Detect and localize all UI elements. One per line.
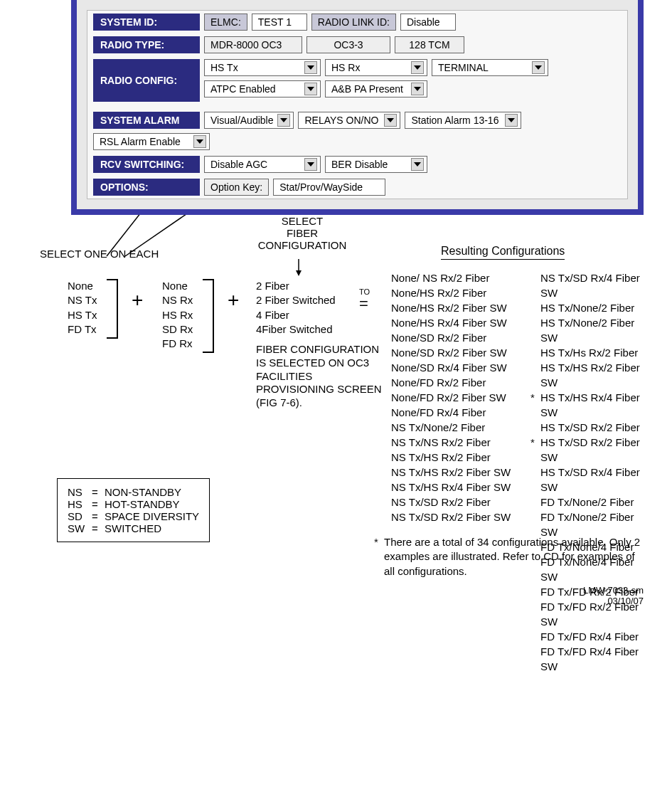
results-left-column: None/ NS Rx/2 FiberNone/HS Rx/2 FiberNon… <box>391 270 511 524</box>
option-key-label: Option Key: <box>204 179 269 196</box>
list-item: NS Tx/HS Rx/2 Fiber SW <box>391 465 511 480</box>
list-item: NS Tx/SD Rx/2 Fiber <box>391 495 511 509</box>
chevron-down-icon <box>532 61 545 74</box>
list-item: HS Tx/HS Rx/2 Fiber SW <box>540 360 644 390</box>
list-item: NS Tx/NS Rx/2 Fiber <box>391 435 511 450</box>
list-item: None <box>162 279 193 293</box>
option-key-value[interactable]: Stat/Prov/WaySide <box>273 179 385 196</box>
legend-box: NS=NON-STANDBYHS=HOT-STANDBYSD=SPACE DIV… <box>57 478 210 542</box>
list-item: NS Tx/SD Rx/4 Fiber SW <box>540 270 644 300</box>
list-item: None/SD Rx/2 Fiber <box>391 330 511 345</box>
text: 03/10/07 <box>583 596 644 606</box>
list-item: SD Rx <box>162 322 193 337</box>
ab-pa-dropdown[interactable]: A&B PA Present <box>325 80 427 97</box>
list-item: *HS Tx/HS Rx/4 Fiber SW <box>540 390 644 420</box>
terminal-label: TERMINAL <box>438 62 489 73</box>
list-item: HS Tx/Hs Rx/2 Fiber <box>540 345 644 360</box>
legend-row: SW=SWITCHED <box>68 522 199 534</box>
config-panel: SYSTEM ID: ELMC: TEST 1 RADIO LINK ID: D… <box>71 0 644 215</box>
list-item: HS Rx <box>162 308 193 322</box>
ab-pa-label: A&B PA Present <box>331 83 403 95</box>
list-item: None/HS Rx/2 Fiber SW <box>391 300 511 315</box>
list-item: 4 Fiber <box>256 308 336 322</box>
chevron-down-icon <box>304 158 317 171</box>
select-fiber-label: SELECT FIBER CONFIGURATION <box>256 215 348 251</box>
star-marker: * <box>530 435 535 450</box>
atpc-dropdown[interactable]: ATPC Enabled <box>204 80 321 97</box>
equals-symbol: = <box>359 295 368 313</box>
legend-row: NS=NON-STANDBY <box>68 486 199 498</box>
text: SELECT <box>256 215 348 227</box>
list-item: NS Rx <box>162 293 193 307</box>
legend-row: SD=SPACE DIVERSITY <box>68 510 199 522</box>
radio-type-a: MDR-8000 OC3 <box>204 36 302 53</box>
system-alarm-label: SYSTEM ALARM <box>93 112 200 129</box>
svg-marker-3 <box>296 270 302 276</box>
list-item: None/HS Rx/4 Fiber SW <box>391 315 511 330</box>
hs-tx-label: HS Tx <box>210 62 238 73</box>
list-item: FD Tx/FD Rx/4 Fiber SW <box>540 644 644 674</box>
fiber-list: 2 Fiber2 Fiber Switched4 Fiber4Fiber Swi… <box>256 279 336 337</box>
list-item: FD Rx <box>162 337 193 351</box>
list-item: None/SD Rx/4 Fiber SW <box>391 360 511 375</box>
hs-rx-dropdown[interactable]: HS Rx <box>325 59 427 76</box>
footnote: * There are a total of 34 configurations… <box>384 535 644 579</box>
list-item: NS Tx/HS Rx/4 Fiber SW <box>391 480 511 495</box>
select-one-label: SELECT ONE ON EACH <box>40 248 159 260</box>
ber-disable-dropdown[interactable]: BER Disable <box>325 156 427 173</box>
station-alarm-label: Station Alarm 13-16 <box>411 115 498 126</box>
chevron-down-icon <box>304 61 317 74</box>
atpc-label: ATPC Enabled <box>210 83 276 95</box>
relays-dropdown[interactable]: RELAYS ON/NO <box>298 112 400 129</box>
hs-rx-label: HS Rx <box>331 62 360 73</box>
bracket <box>107 279 118 339</box>
system-id-label: SYSTEM ID: <box>93 14 200 31</box>
elmc-value[interactable]: TEST 1 <box>252 14 307 31</box>
radio-link-id-value[interactable]: Disable <box>400 14 456 31</box>
text: FIBER <box>256 227 348 239</box>
list-item: 2 Fiber Switched <box>256 293 336 307</box>
list-item: FD Tx/None/2 Fiber <box>540 495 644 509</box>
elmc-label: ELMC: <box>204 14 247 31</box>
options-label: OPTIONS: <box>93 179 200 196</box>
list-item: NS Tx/None/2 Fiber <box>391 420 511 435</box>
text: LMW-7033-sm <box>583 585 644 596</box>
chevron-down-icon <box>411 61 424 74</box>
bracket <box>203 279 214 353</box>
chevron-down-icon <box>411 83 424 95</box>
chevron-down-icon <box>384 114 397 127</box>
list-item: FD Tx <box>68 322 97 337</box>
hs-tx-dropdown[interactable]: HS Tx <box>204 59 321 76</box>
list-item: 2 Fiber <box>256 279 336 293</box>
list-item: None/FD Rx/4 Fiber <box>391 405 511 420</box>
list-item: HS Tx/SD Rx/4 Fiber SW <box>540 465 644 495</box>
rsl-alarm-dropdown[interactable]: RSL Alarm Enable <box>93 133 210 150</box>
radio-type-c: 128 TCM <box>395 36 464 53</box>
ber-disable-label: BER Disable <box>331 159 388 170</box>
doc-id: LMW-7033-sm 03/10/07 <box>583 585 644 606</box>
rx-list: NoneNS RxHS RxSD RxFD Rx <box>162 279 193 351</box>
star: * <box>374 535 378 549</box>
star-marker: * <box>530 390 535 405</box>
list-item: FD Tx/FD Rx/4 Fiber <box>540 629 644 644</box>
plus-symbol: + <box>132 289 143 312</box>
rcv-switching-label: RCV SWITCHING: <box>93 156 200 173</box>
list-item: NS Tx/HS Rx/2 Fiber <box>391 450 511 465</box>
disable-agc-dropdown[interactable]: Disable AGC <box>204 156 321 173</box>
list-item: None/SD Rx/2 Fiber SW <box>391 345 511 360</box>
legend-row: HS=HOT-STANDBY <box>68 498 199 510</box>
list-item: None <box>68 279 97 293</box>
chevron-down-icon <box>505 114 518 127</box>
station-alarm-dropdown[interactable]: Station Alarm 13-16 <box>405 112 521 129</box>
terminal-dropdown[interactable]: TERMINAL <box>432 59 548 76</box>
visual-audible-dropdown[interactable]: Visual/Audible <box>204 112 294 129</box>
results-header: Resulting Configurations <box>441 245 565 260</box>
radio-link-id-label: RADIO LINK ID: <box>311 14 396 31</box>
list-item: HS Tx <box>68 308 97 322</box>
config-panel-inner: SYSTEM ID: ELMC: TEST 1 RADIO LINK ID: D… <box>87 10 628 199</box>
chevron-down-icon <box>277 114 290 127</box>
list-item: None/ NS Rx/2 Fiber <box>391 270 511 285</box>
diagram-area: SELECT ONE ON EACH SELECT FIBER CONFIGUR… <box>28 215 644 642</box>
visual-audible-label: Visual/Audible <box>210 115 273 126</box>
chevron-down-icon <box>304 83 317 95</box>
